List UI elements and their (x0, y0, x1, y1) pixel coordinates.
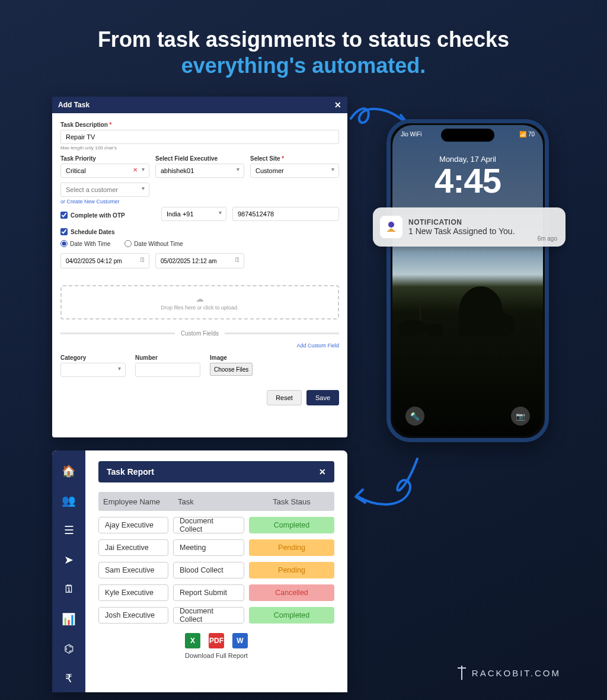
site-select[interactable] (250, 164, 339, 178)
add-task-title: Add Task (58, 101, 90, 109)
clear-icon[interactable]: ✕ (133, 167, 138, 173)
notification-card[interactable]: NOTIFICATION 1 New Task Assigned to You.… (373, 207, 566, 247)
choose-files-button[interactable]: Choose Files (210, 363, 253, 376)
brand-footer: RACKOBIT.COM (456, 666, 561, 680)
table-row: Kyle ExecutiveReport SubmitCancelled (98, 584, 334, 601)
close-icon[interactable]: ✕ (319, 467, 326, 477)
phone-notch (441, 129, 494, 142)
lock-time: 4:45 (392, 164, 543, 198)
close-icon[interactable]: ✕ (334, 100, 341, 110)
create-customer-link[interactable]: or Create New Customer (60, 199, 149, 204)
executive-select[interactable] (155, 164, 244, 178)
headline-line1: From task assignments to status checks (0, 27, 607, 52)
svg-point-0 (388, 222, 394, 228)
upload-icon: ☁ (196, 294, 204, 303)
task-cell: Document Collect (173, 517, 244, 533)
rupee-icon[interactable]: ₹ (62, 671, 76, 685)
col-status: Task Staus (254, 497, 330, 506)
table-row: Sam ExecutiveBlood CollectPending (98, 562, 334, 578)
headline: From task assignments to status checks e… (0, 0, 607, 78)
table-row: Jai ExecutiveMeetingPending (98, 539, 334, 556)
battery-indicator: 📶 70 (519, 131, 535, 138)
start-date-input[interactable] (60, 253, 149, 269)
calendar-icon[interactable]: 🗓 (234, 256, 241, 263)
site-label: Select Site (250, 155, 339, 162)
employee-cell: Ajay Executive (98, 517, 168, 533)
task-cell: Blood Collect (173, 562, 244, 578)
org-icon[interactable]: ⌬ (62, 641, 76, 656)
list-icon[interactable]: ☰ (62, 523, 76, 537)
category-select[interactable] (60, 363, 126, 377)
status-badge: Pending (249, 562, 334, 578)
brand-text: RACKOBIT.COM (472, 668, 561, 678)
phone-mockup: Jio WiFi 📶 70 Monday, 17 April 4:45 🔦 📷 … (386, 119, 549, 442)
status-badge: Pending (249, 539, 334, 556)
number-input[interactable] (135, 363, 200, 377)
customer-select[interactable] (60, 183, 149, 197)
executive-label: Select Field Executive (155, 155, 244, 162)
number-label: Number (135, 354, 200, 361)
pdf-icon[interactable]: PDF (209, 633, 224, 648)
custom-fields-divider: Custom Fields (60, 330, 339, 337)
table-row: Ajay ExecutiveDocument CollectCompleted (98, 517, 334, 533)
report-title: Task Report (107, 467, 154, 477)
reset-button[interactable]: Reset (267, 390, 302, 405)
schedule-label: Schedule Dates (71, 229, 114, 235)
priority-label: Task Priority (60, 155, 149, 162)
excel-icon[interactable]: X (185, 633, 200, 648)
task-cell: Document Collect (173, 607, 244, 624)
date-with-time-radio[interactable]: Date With Time (60, 240, 110, 247)
task-desc-label: Task Description (60, 122, 339, 128)
task-cell: Meeting (173, 539, 244, 556)
wallpaper-silhouette (392, 256, 543, 337)
users-icon[interactable]: 👥 (62, 493, 76, 507)
schedule-checkbox[interactable] (60, 228, 68, 235)
save-button[interactable]: Save (306, 390, 339, 405)
report-header: Task Report ✕ (98, 461, 334, 482)
calendar-icon[interactable]: 🗓 (62, 582, 76, 596)
camera-icon[interactable]: 📷 (511, 407, 530, 426)
task-cell: Report Submit (173, 584, 244, 601)
category-label: Category (60, 354, 126, 361)
date-without-time-radio[interactable]: Date Without Time (124, 240, 183, 247)
location-icon[interactable]: ➤ (62, 552, 76, 567)
col-task: Task (178, 497, 254, 506)
col-employee: Employee Name (103, 497, 178, 506)
image-label: Image (210, 354, 275, 361)
arrow-icon (352, 455, 429, 520)
home-icon[interactable]: 🏠 (62, 464, 76, 478)
export-row: X PDF W (98, 633, 334, 648)
download-report-link[interactable]: Download Full Report (98, 652, 334, 659)
task-report-panel: 🏠 👥 ☰ ➤ 🗓 📊 ⌬ ₹ Task Report ✕ Employee N… (52, 450, 347, 692)
add-task-panel: Add Task ✕ Task Description Max length o… (52, 97, 347, 437)
notification-app-icon (380, 216, 402, 238)
country-code-select[interactable] (161, 207, 226, 221)
chart-icon[interactable]: 📊 (62, 612, 76, 626)
flashlight-icon[interactable]: 🔦 (405, 407, 424, 426)
add-task-header: Add Task ✕ (52, 97, 347, 113)
file-drop-zone[interactable]: ☁ Drop files here or click to upload. (60, 285, 339, 319)
desc-hint: Max length only 100 char's (60, 145, 339, 151)
notification-body: 1 New Task Assigned to You. (408, 226, 558, 236)
task-desc-input[interactable] (60, 130, 339, 144)
word-icon[interactable]: W (232, 633, 248, 648)
end-date-input[interactable] (155, 253, 244, 269)
add-custom-field-link[interactable]: Add Custom Field (296, 343, 339, 349)
employee-cell: Jai Executive (98, 539, 168, 556)
employee-cell: Sam Executive (98, 562, 168, 578)
report-sidebar: 🏠 👥 ☰ ➤ 🗓 📊 ⌬ ₹ (52, 450, 85, 692)
table-row: Josh ExecutiveDocument CollectCompleted (98, 607, 334, 624)
employee-cell: Kyle Executive (98, 584, 168, 601)
notification-age: 6m ago (538, 235, 557, 242)
status-badge: Completed (249, 517, 334, 533)
table-header: Employee Name Task Task Staus (98, 492, 334, 511)
status-badge: Completed (249, 607, 334, 624)
headline-line2: everything's automated. (0, 53, 607, 78)
phone-input[interactable] (232, 207, 339, 221)
drop-text: Drop files here or click to upload. (161, 305, 238, 311)
notification-title: NOTIFICATION (408, 218, 558, 226)
calendar-icon[interactable]: 🗓 (139, 256, 146, 263)
brand-logo-icon (456, 666, 467, 680)
carrier-label: Jio WiFi (401, 131, 422, 138)
status-badge: Cancelled (249, 584, 334, 601)
